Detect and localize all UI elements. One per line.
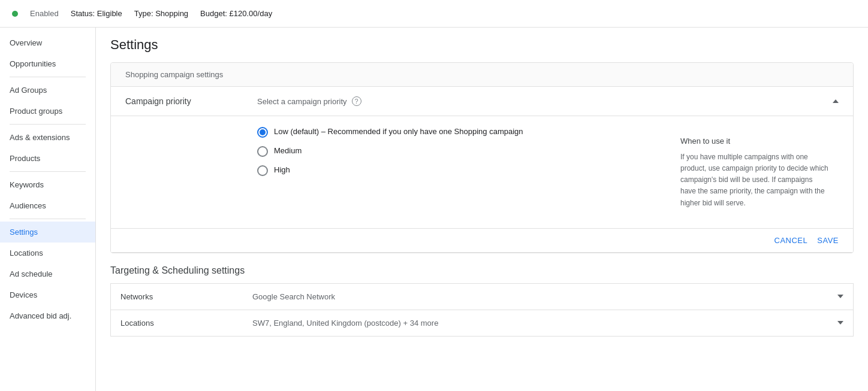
sidebar-item-settings[interactable]: Settings (0, 222, 95, 243)
sidebar-item-locations[interactable]: Locations (0, 243, 95, 263)
sidebar-divider-4 (10, 219, 86, 219)
cancel-button[interactable]: CANCEL (774, 236, 808, 245)
sidebar-divider-2 (10, 124, 86, 125)
help-icon[interactable]: ? (352, 96, 361, 106)
budget-label: Budget: £120.00/day (200, 9, 272, 18)
radio-option-low[interactable]: Low (default) – Recommended if you only … (257, 126, 671, 138)
radio-circle-low (257, 127, 268, 138)
sidebar-divider-1 (10, 77, 86, 77)
networks-row[interactable]: Networks Google Search Network (110, 283, 854, 310)
locations-key: Locations (120, 319, 252, 328)
radio-options: Low (default) – Recommended if you only … (125, 126, 671, 219)
sidebar: Overview Opportunities Ad Groups Product… (0, 28, 96, 391)
campaign-priority-header: Campaign priority Select a campaign prio… (111, 87, 853, 116)
campaign-priority-placeholder: Select a campaign priority (257, 97, 347, 106)
info-box: When to use it If you have multiple camp… (671, 126, 839, 219)
networks-value: Google Search Network (252, 292, 837, 301)
sidebar-item-product-groups[interactable]: Product groups (0, 101, 95, 122)
radio-option-high[interactable]: High (257, 164, 671, 176)
save-button[interactable]: SAVE (817, 236, 839, 245)
locations-row[interactable]: Locations SW7, England, United Kingdom (… (110, 310, 854, 337)
sidebar-item-opportunities[interactable]: Opportunities (0, 53, 95, 74)
sidebar-item-devices[interactable]: Devices (0, 284, 95, 305)
radio-label-low: Low (default) – Recommended if you only … (274, 126, 523, 138)
status-dot (12, 11, 18, 17)
campaign-priority-card: Shopping campaign settings Campaign prio… (110, 62, 854, 253)
status-eligible: Status: Eligible (71, 9, 122, 18)
chevron-down-networks-icon[interactable] (837, 295, 843, 298)
targeting-title: Targeting & Scheduling settings (96, 253, 868, 283)
action-bar: CANCEL SAVE (111, 229, 853, 253)
sidebar-item-advanced-bid[interactable]: Advanced bid adj. (0, 305, 95, 326)
targeting-section: Targeting & Scheduling settings Networks… (96, 253, 868, 337)
sidebar-item-audiences[interactable]: Audiences (0, 195, 95, 216)
radio-label-medium: Medium (274, 145, 302, 157)
locations-row-content: Locations SW7, England, United Kingdom (… (111, 310, 853, 336)
content-area: Settings Shopping campaign settings Camp… (96, 28, 868, 391)
chevron-up-icon[interactable] (833, 99, 839, 103)
sidebar-item-overview[interactable]: Overview (0, 32, 95, 53)
sidebar-item-products[interactable]: Products (0, 148, 95, 169)
radio-circle-medium (257, 146, 268, 157)
page-title: Settings (96, 28, 868, 62)
type-label: Type: Shopping (134, 9, 188, 18)
sidebar-item-ads-extensions[interactable]: Ads & extensions (0, 127, 95, 148)
chevron-down-locations-icon[interactable] (837, 321, 843, 325)
campaign-priority-label: Campaign priority (125, 96, 257, 106)
campaign-priority-value: Select a campaign priority ? (257, 96, 833, 106)
sidebar-item-keywords[interactable]: Keywords (0, 174, 95, 195)
sidebar-divider-3 (10, 171, 86, 172)
networks-key: Networks (120, 292, 252, 301)
main-layout: Overview Opportunities Ad Groups Product… (0, 28, 868, 391)
sidebar-item-ad-schedule[interactable]: Ad schedule (0, 263, 95, 284)
top-bar: Enabled Status: Eligible Type: Shopping … (0, 0, 868, 28)
radio-circle-high (257, 165, 268, 176)
sidebar-item-ad-groups[interactable]: Ad Groups (0, 80, 95, 101)
radio-option-medium[interactable]: Medium (257, 145, 671, 157)
radio-label-high: High (274, 164, 290, 176)
info-box-text: If you have multiple campaigns with one … (680, 151, 829, 209)
info-box-title: When to use it (680, 135, 829, 148)
networks-row-content: Networks Google Search Network (111, 284, 853, 310)
locations-value: SW7, England, United Kingdom (postcode) … (252, 319, 837, 328)
radio-area: Low (default) – Recommended if you only … (111, 116, 853, 229)
section-prev: Shopping campaign settings (111, 63, 853, 87)
status-enabled: Enabled (30, 9, 59, 18)
